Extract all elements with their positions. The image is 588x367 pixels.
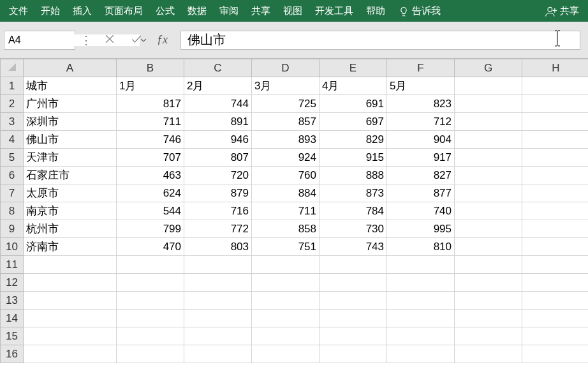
cell[interactable] — [24, 345, 117, 363]
cell[interactable] — [252, 327, 320, 345]
tab-view[interactable]: 视图 — [277, 0, 309, 22]
cancel-icon[interactable] — [103, 33, 116, 48]
cell[interactable]: 873 — [320, 184, 387, 202]
cell[interactable]: 799 — [117, 220, 184, 238]
cell[interactable] — [522, 149, 589, 167]
cell[interactable]: 544 — [117, 202, 184, 220]
cell[interactable] — [387, 292, 455, 310]
share-button[interactable]: 共享 — [538, 0, 585, 22]
cell[interactable] — [117, 345, 184, 363]
cell[interactable] — [184, 256, 252, 274]
cell[interactable] — [184, 310, 252, 327]
cell[interactable] — [184, 327, 252, 345]
cell[interactable]: 857 — [252, 113, 320, 131]
tab-insert[interactable]: 插入 — [66, 0, 98, 22]
cell[interactable] — [117, 274, 184, 292]
cell[interactable]: 711 — [117, 113, 184, 131]
cell[interactable] — [522, 310, 589, 327]
row-header[interactable]: 6 — [1, 167, 24, 184]
spreadsheet-grid[interactable]: A B C D E F G H 1城市1月2月3月4月5月2广州市8177447… — [0, 59, 588, 367]
cell[interactable] — [117, 310, 184, 327]
row-header[interactable]: 2 — [1, 95, 24, 113]
cell[interactable]: 810 — [387, 238, 455, 256]
cell[interactable] — [320, 292, 387, 310]
row-header[interactable]: 8 — [1, 202, 24, 220]
row-header[interactable]: 5 — [1, 149, 24, 167]
cell[interactable] — [522, 292, 589, 310]
select-all-corner[interactable] — [1, 59, 24, 77]
col-header-h[interactable]: H — [522, 59, 589, 77]
cell[interactable]: 746 — [117, 131, 184, 149]
row-header[interactable]: 10 — [1, 238, 24, 256]
cell[interactable]: 杭州市 — [24, 220, 117, 238]
cell[interactable]: 995 — [387, 220, 455, 238]
cell[interactable] — [252, 292, 320, 310]
cell[interactable]: 707 — [117, 149, 184, 167]
cell[interactable]: 697 — [320, 113, 387, 131]
cell[interactable] — [252, 345, 320, 363]
cell[interactable]: 太原市 — [24, 184, 117, 202]
cell[interactable]: 917 — [387, 149, 455, 167]
cell[interactable] — [320, 310, 387, 327]
cell[interactable] — [117, 256, 184, 274]
cell[interactable]: 817 — [117, 95, 184, 113]
tab-formulas[interactable]: 公式 — [149, 0, 181, 22]
cell[interactable]: 730 — [320, 220, 387, 238]
cell[interactable]: 石家庄市 — [24, 167, 117, 184]
cell[interactable]: 城市 — [24, 77, 117, 95]
cell[interactable]: 946 — [184, 131, 252, 149]
cell[interactable] — [252, 274, 320, 292]
cell[interactable]: 5月 — [387, 77, 455, 95]
row-header[interactable]: 3 — [1, 113, 24, 131]
tab-file[interactable]: 文件 — [3, 0, 34, 22]
row-header[interactable]: 4 — [1, 131, 24, 149]
cell[interactable] — [455, 310, 522, 327]
cell[interactable]: 751 — [252, 238, 320, 256]
cell[interactable]: 1月 — [117, 77, 184, 95]
cell[interactable]: 470 — [117, 238, 184, 256]
cell[interactable] — [455, 256, 522, 274]
cell[interactable]: 691 — [320, 95, 387, 113]
cell[interactable] — [455, 184, 522, 202]
cell[interactable] — [184, 274, 252, 292]
cell[interactable] — [320, 327, 387, 345]
tab-review[interactable]: 审阅 — [213, 0, 245, 22]
cell[interactable] — [184, 292, 252, 310]
cell[interactable]: 888 — [320, 167, 387, 184]
cell[interactable] — [522, 327, 589, 345]
cell[interactable] — [455, 113, 522, 131]
cell[interactable] — [387, 256, 455, 274]
cell[interactable] — [522, 95, 589, 113]
cell[interactable]: 924 — [252, 149, 320, 167]
col-header-c[interactable]: C — [184, 59, 252, 77]
cell[interactable]: 712 — [387, 113, 455, 131]
col-header-b[interactable]: B — [117, 59, 184, 77]
row-header[interactable]: 1 — [1, 77, 24, 95]
cell[interactable]: 济南市 — [24, 238, 117, 256]
row-header[interactable]: 14 — [1, 310, 24, 327]
row-header[interactable]: 15 — [1, 327, 24, 345]
cell[interactable]: 3月 — [252, 77, 320, 95]
col-header-g[interactable]: G — [455, 59, 522, 77]
tab-share[interactable]: 共享 — [245, 0, 277, 22]
cell[interactable]: 天津市 — [24, 149, 117, 167]
tab-data[interactable]: 数据 — [181, 0, 213, 22]
cell[interactable] — [522, 113, 589, 131]
cell[interactable]: 827 — [387, 167, 455, 184]
cell[interactable]: 佛山市 — [24, 131, 117, 149]
cell[interactable] — [455, 131, 522, 149]
cell[interactable]: 744 — [184, 95, 252, 113]
cell[interactable] — [455, 292, 522, 310]
cell[interactable] — [24, 310, 117, 327]
cell[interactable] — [24, 256, 117, 274]
tab-developer[interactable]: 开发工具 — [309, 0, 360, 22]
cell[interactable] — [522, 131, 589, 149]
formula-input[interactable]: 佛山市 — [180, 31, 580, 50]
cell[interactable] — [522, 256, 589, 274]
cell[interactable] — [117, 327, 184, 345]
cell[interactable]: 760 — [252, 167, 320, 184]
cell[interactable] — [320, 274, 387, 292]
cell[interactable]: 784 — [320, 202, 387, 220]
cell[interactable]: 904 — [387, 131, 455, 149]
row-header[interactable]: 7 — [1, 184, 24, 202]
